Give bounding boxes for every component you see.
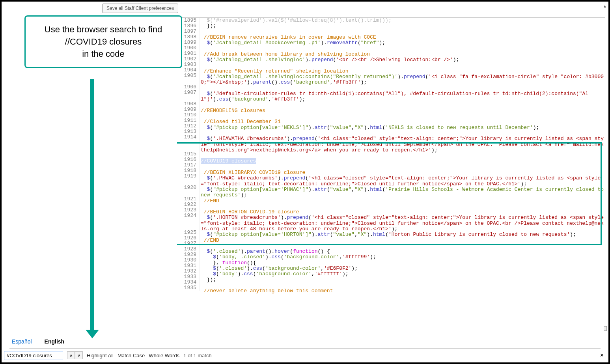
tab-espanol[interactable]: Español xyxy=(9,337,34,346)
code-editor[interactable]: 1895189618971898189919001901190219031904… xyxy=(177,17,605,332)
find-prev-button[interactable]: ʌ xyxy=(67,351,75,359)
save-preferences-button[interactable]: Save all Staff Client preferences xyxy=(102,4,178,13)
callout-line1: Use the browser search to find xyxy=(30,24,177,36)
whole-words-option[interactable]: Whole Words xyxy=(149,353,179,358)
callout-line3: in the code xyxy=(30,48,177,60)
code-area[interactable]: $('#renewalperiod').val($('#allow-td:eq(… xyxy=(201,18,605,294)
instruction-callout: Use the browser search to find //COVID19… xyxy=(24,15,182,68)
match-case-option[interactable]: Match Case xyxy=(118,353,145,358)
find-input[interactable] xyxy=(4,351,63,360)
tab-english[interactable]: English xyxy=(42,337,67,346)
find-bar: ʌ v Highlight All Match Case Whole Words… xyxy=(4,350,606,361)
find-next-button[interactable]: v xyxy=(75,351,83,359)
highlight-all-option[interactable]: Highlight All xyxy=(87,353,114,358)
find-result-count: 1 of 1 match xyxy=(183,353,212,358)
arrow-annotation xyxy=(90,79,94,331)
callout-line2: //COVID19 closures xyxy=(30,36,177,48)
find-close-button[interactable]: × xyxy=(600,352,604,359)
scroll-corner-icon[interactable] xyxy=(604,326,607,331)
scroll-up-icon[interactable]: ▲ xyxy=(603,4,607,8)
language-tabs: Español English xyxy=(9,337,601,349)
